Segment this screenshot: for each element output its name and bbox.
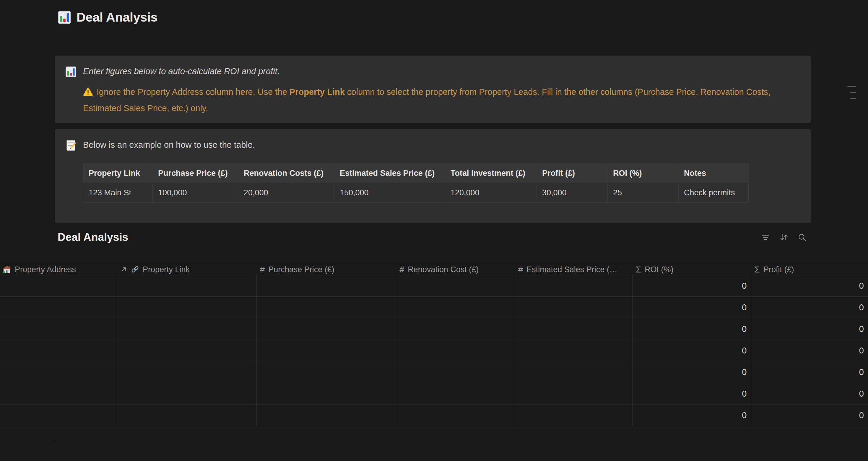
example-table: Property LinkPurchase Price (£)Renovatio… bbox=[83, 163, 749, 203]
database-cell-estimated-sales-price[interactable] bbox=[515, 340, 632, 361]
database-cell-property-link[interactable] bbox=[117, 361, 256, 383]
search-icon[interactable] bbox=[797, 233, 807, 242]
house-icon bbox=[2, 265, 11, 274]
hash-icon: # bbox=[399, 265, 404, 275]
database-row: 00 bbox=[0, 383, 868, 405]
database-cell-purchase-price[interactable] bbox=[256, 383, 396, 405]
example-table-column-header[interactable]: Notes bbox=[679, 164, 749, 183]
example-table-column-header[interactable]: Estimated Sales Price (£) bbox=[335, 164, 445, 183]
database-cell-roi[interactable]: 0 bbox=[632, 340, 751, 361]
column-label: ROI (%) bbox=[645, 265, 674, 274]
hash-icon: # bbox=[518, 265, 523, 275]
bar-chart-icon[interactable] bbox=[58, 11, 71, 24]
example-table-cell[interactable]: 123 Main St bbox=[83, 183, 153, 203]
example-table-cell[interactable]: 20,000 bbox=[239, 183, 335, 203]
filter-icon[interactable] bbox=[761, 233, 770, 242]
memo-icon bbox=[65, 139, 76, 213]
database-title[interactable]: Deal Analysis bbox=[58, 231, 128, 244]
database-cell-property-link[interactable] bbox=[117, 405, 256, 426]
database-cell-property-address[interactable] bbox=[0, 318, 117, 340]
database-cell-roi[interactable]: 0 bbox=[632, 405, 751, 426]
example-table-column-header[interactable]: ROI (%) bbox=[608, 164, 679, 183]
database-cell-roi[interactable]: 0 bbox=[632, 297, 751, 318]
database-cell-roi[interactable]: 0 bbox=[632, 275, 751, 297]
toc-bar bbox=[850, 92, 856, 93]
page-title[interactable]: Deal Analysis bbox=[76, 10, 157, 25]
database-cell-profit[interactable]: 0 bbox=[751, 340, 868, 361]
database-cell-renovation-cost[interactable] bbox=[396, 275, 515, 297]
database-column-header[interactable]: ΣROI (%) bbox=[632, 264, 751, 275]
column-label: Property Address bbox=[15, 265, 76, 274]
database-cell-profit[interactable]: 0 bbox=[751, 318, 868, 340]
database-column-header-row: Property AddressProperty Link#Purchase P… bbox=[0, 264, 868, 275]
database-cell-property-link[interactable] bbox=[117, 275, 256, 297]
database-cell-property-address[interactable] bbox=[0, 297, 117, 318]
example-table-column-header[interactable]: Total Investment (£) bbox=[445, 164, 537, 183]
database-column-header[interactable]: Property Link bbox=[117, 264, 256, 275]
database-cell-purchase-price[interactable] bbox=[256, 361, 396, 383]
database-cell-property-address[interactable] bbox=[0, 275, 117, 297]
database-cell-renovation-cost[interactable] bbox=[396, 340, 515, 361]
example-table-column-header[interactable]: Renovation Costs (£) bbox=[239, 164, 335, 183]
database-cell-roi[interactable]: 0 bbox=[632, 383, 751, 405]
database-column-header[interactable]: Property Address bbox=[0, 264, 117, 275]
database-column-header[interactable]: #Renovation Cost (£) bbox=[396, 264, 515, 275]
database-column-header[interactable]: ΣProfit (£) bbox=[751, 264, 868, 275]
database-cell-purchase-price[interactable] bbox=[256, 318, 396, 340]
example-table-cell[interactable]: 100,000 bbox=[153, 183, 239, 203]
database-cell-estimated-sales-price[interactable] bbox=[515, 361, 632, 383]
database-cell-property-address[interactable] bbox=[0, 340, 117, 361]
database-cell-profit[interactable]: 0 bbox=[751, 361, 868, 383]
callout-instructions: Enter figures below to auto-calculate RO… bbox=[55, 56, 811, 123]
database-cell-renovation-cost[interactable] bbox=[396, 318, 515, 340]
database-row: 00 bbox=[0, 340, 868, 361]
database-cell-renovation-cost[interactable] bbox=[396, 297, 515, 318]
example-table-cell[interactable]: 120,000 bbox=[445, 183, 537, 203]
database-row: 00 bbox=[0, 361, 868, 383]
database-cell-renovation-cost[interactable] bbox=[396, 361, 515, 383]
database-cell-property-address[interactable] bbox=[0, 405, 117, 426]
example-table-cell[interactable]: Check permits bbox=[679, 183, 749, 203]
table-of-contents-indicator[interactable] bbox=[847, 86, 856, 99]
database-cell-profit[interactable]: 0 bbox=[751, 275, 868, 297]
database-cell-estimated-sales-price[interactable] bbox=[515, 275, 632, 297]
sort-icon[interactable] bbox=[779, 233, 788, 242]
database-cell-estimated-sales-price[interactable] bbox=[515, 318, 632, 340]
database-cell-property-link[interactable] bbox=[117, 340, 256, 361]
database-cell-roi[interactable]: 0 bbox=[632, 361, 751, 383]
database-cell-profit[interactable]: 0 bbox=[751, 405, 868, 426]
database-cell-estimated-sales-price[interactable] bbox=[515, 405, 632, 426]
database-cell-roi[interactable]: 0 bbox=[632, 318, 751, 340]
database-cell-purchase-price[interactable] bbox=[256, 340, 396, 361]
database-cell-property-address[interactable] bbox=[0, 361, 117, 383]
database-cell-profit[interactable]: 0 bbox=[751, 383, 868, 405]
database-column-header[interactable]: #Purchase Price (£) bbox=[256, 264, 396, 275]
example-table-header-row: Property LinkPurchase Price (£)Renovatio… bbox=[83, 164, 749, 183]
database-cell-estimated-sales-price[interactable] bbox=[515, 297, 632, 318]
database-cell-property-address[interactable] bbox=[0, 383, 117, 405]
database-cell-purchase-price[interactable] bbox=[256, 405, 396, 426]
database-cell-property-link[interactable] bbox=[117, 297, 256, 318]
warning-icon bbox=[83, 86, 93, 101]
example-table-column-header[interactable]: Property Link bbox=[83, 164, 153, 183]
database-cell-purchase-price[interactable] bbox=[256, 297, 396, 318]
example-table-cell[interactable]: 25 bbox=[608, 183, 679, 203]
sigma-icon: Σ bbox=[636, 265, 641, 275]
database-row: 00 bbox=[0, 297, 868, 318]
database-cell-renovation-cost[interactable] bbox=[396, 383, 515, 405]
database-cell-property-link[interactable] bbox=[117, 383, 256, 405]
database-cell-property-link[interactable] bbox=[117, 318, 256, 340]
sigma-icon: Σ bbox=[754, 265, 760, 275]
database-column-header[interactable]: #Estimated Sales Price (… bbox=[515, 264, 632, 275]
divider bbox=[55, 440, 811, 440]
database-cell-renovation-cost[interactable] bbox=[396, 405, 515, 426]
example-table-column-header[interactable]: Profit (£) bbox=[537, 164, 608, 183]
example-table-cell[interactable]: 30,000 bbox=[537, 183, 608, 203]
example-table-column-header[interactable]: Purchase Price (£) bbox=[153, 164, 239, 183]
database-cell-purchase-price[interactable] bbox=[256, 275, 396, 297]
database-cell-profit[interactable]: 0 bbox=[751, 297, 868, 318]
example-table-cell[interactable]: 150,000 bbox=[335, 183, 445, 203]
bar-chart-icon bbox=[65, 66, 76, 113]
database-cell-estimated-sales-price[interactable] bbox=[515, 383, 632, 405]
toc-bar bbox=[850, 98, 856, 99]
